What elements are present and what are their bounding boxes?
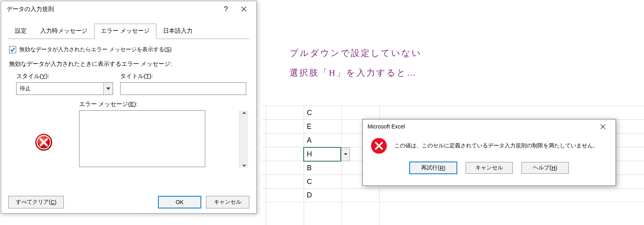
show-error-label: 無効なデータが入力されたらエラー メッセージを表示する(S) — [19, 46, 172, 53]
error-message-text: この値は、このセルに定義されているデータ入力規則の制限を満たしていません。 — [394, 141, 598, 150]
check-icon — [10, 47, 15, 52]
error-close-button[interactable] — [594, 121, 612, 132]
title-label: タイトル(T): — [120, 73, 246, 80]
data-validation-dialog: データの入力規則 ? 設定 入力時メッセージ エラー メッセージ 日本語入力 無… — [1, 1, 257, 214]
clear-all-button[interactable]: すべてクリア(C) — [8, 196, 64, 208]
ok-button[interactable]: OK — [158, 196, 201, 208]
chevron-down-icon — [106, 87, 110, 90]
error-titlebar: Microsoft Excel — [363, 119, 616, 134]
title-input[interactable] — [120, 82, 246, 95]
style-select[interactable]: 停止 — [16, 82, 113, 95]
style-preview-icon-area — [16, 100, 71, 168]
annotation-line-2: 選択肢「H」を入力すると… — [290, 67, 417, 79]
worksheet-area: プルダウンで設定していない 選択肢「H」を入力すると… C E A B C D … — [262, 0, 644, 225]
help-button[interactable]: ? — [217, 4, 235, 15]
error-dialog: Microsoft Excel この値は、このセルに定義されているデータ入力規則… — [362, 119, 616, 186]
cell[interactable]: E — [304, 123, 341, 131]
dialog-title: データの入力規則 — [7, 6, 54, 13]
cancel-button[interactable]: キャンセル — [206, 196, 249, 208]
close-button[interactable] — [235, 4, 252, 15]
tab-error-message[interactable]: エラー メッセージ — [94, 24, 156, 39]
tab-settings[interactable]: 設定 — [8, 24, 33, 39]
annotation-line-1: プルダウンで設定していない — [290, 47, 422, 59]
dialog-tabs: 設定 入力時メッセージ エラー メッセージ 日本語入力 — [1, 17, 256, 39]
dialog-body: 無効なデータが入力されたらエラー メッセージを表示する(S) 無効なデータが入力… — [1, 39, 256, 168]
cell[interactable]: D — [304, 191, 341, 199]
active-cell[interactable]: H — [303, 147, 341, 162]
tab-ime[interactable]: 日本語入力 — [156, 24, 199, 39]
scroll-down-icon — [242, 165, 246, 167]
show-error-checkbox-row: 無効なデータが入力されたらエラー メッセージを表示する(S) — [9, 46, 249, 53]
close-icon — [600, 124, 605, 129]
close-icon — [241, 6, 247, 12]
cell-dropdown-button[interactable] — [341, 147, 350, 161]
error-message-textarea[interactable] — [79, 110, 205, 167]
cell[interactable]: C — [304, 178, 341, 186]
style-value: 停止 — [17, 85, 103, 92]
retry-button[interactable]: 再試行(R) — [410, 162, 457, 174]
help-icon: ? — [224, 5, 228, 13]
chevron-down-icon — [344, 153, 347, 155]
scroll-up-icon — [242, 112, 246, 114]
error-circle-icon — [371, 138, 387, 154]
cell[interactable]: C — [304, 109, 341, 117]
cell[interactable]: B — [304, 164, 341, 172]
show-error-checkbox[interactable] — [9, 46, 16, 53]
dialog-titlebar: データの入力規則 ? — [1, 1, 256, 17]
error-button-row: 再試行(R) キャンセル ヘルプ(H) — [363, 156, 616, 174]
error-help-button[interactable]: ヘルプ(H) — [522, 162, 569, 174]
error-message-label: エラー メッセージ(E): — [79, 100, 249, 108]
error-dialog-title: Microsoft Excel — [367, 123, 405, 130]
style-dropdown-button[interactable] — [103, 83, 113, 95]
textarea-scrollbar[interactable] — [239, 111, 248, 168]
error-cancel-button[interactable]: キャンセル — [466, 162, 513, 174]
stop-icon — [35, 133, 53, 151]
dialog-footer: すべてクリア(C) OK キャンセル — [1, 191, 256, 213]
tab-input-message[interactable]: 入力時メッセージ — [33, 24, 94, 39]
cell[interactable]: A — [304, 136, 341, 145]
style-label: スタイル(Y): — [16, 73, 113, 80]
section-label: 無効なデータが入力されたときに表示するエラー メッセージ: — [9, 60, 249, 68]
